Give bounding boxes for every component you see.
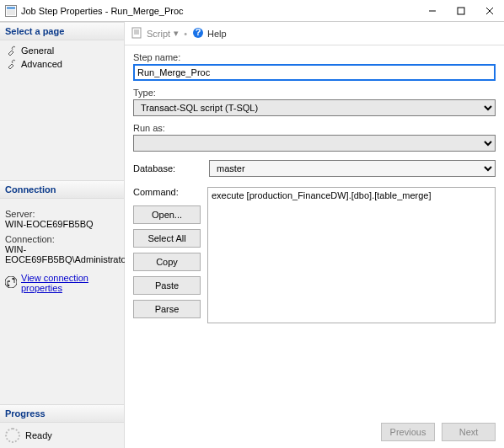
script-icon (131, 27, 143, 40)
page-advanced[interactable]: Advanced (3, 57, 121, 71)
database-label: Database: (133, 163, 201, 173)
wrench-icon (7, 45, 17, 56)
svg-point-8 (13, 278, 15, 280)
chevron-down-icon: ▾ (174, 28, 179, 39)
close-button[interactable] (475, 0, 504, 22)
progress-status: Ready (25, 430, 52, 440)
script-button[interactable]: Script ▾ (131, 27, 179, 40)
step-name-input[interactable] (133, 64, 496, 81)
progress-spinner-icon (5, 428, 20, 443)
right-pane: Script ▾ • ? Help Step name: Type: Trans… (125, 22, 504, 448)
progress-header: Progress (0, 404, 124, 423)
help-label: Help (207, 29, 227, 39)
svg-rect-2 (7, 10, 15, 15)
svg-rect-9 (132, 28, 141, 38)
command-textarea[interactable] (207, 187, 496, 323)
left-pane: Select a page General Advanced Connectio… (0, 22, 125, 448)
maximize-button[interactable] (447, 0, 475, 22)
separator: • (184, 29, 187, 39)
type-label: Type: (133, 88, 496, 98)
open-button[interactable]: Open... (133, 205, 201, 224)
next-button[interactable]: Next (442, 423, 496, 441)
svg-point-7 (8, 285, 10, 287)
connection-header: Connection (0, 180, 124, 199)
help-icon: ? (192, 27, 204, 40)
select-all-button[interactable]: Select All (133, 229, 201, 248)
paste-button[interactable]: Paste (133, 276, 201, 295)
window-title: Job Step Properties - Run_Merge_Proc (21, 6, 418, 16)
window-icon (5, 5, 17, 17)
help-button[interactable]: ? Help (192, 27, 227, 40)
parse-button[interactable]: Parse (133, 300, 201, 318)
copy-button[interactable]: Copy (133, 253, 201, 271)
title-bar: Job Step Properties - Run_Merge_Proc (0, 0, 504, 22)
type-select[interactable]: Transact-SQL script (T-SQL) (133, 99, 496, 116)
page-label: Advanced (21, 59, 62, 69)
page-general[interactable]: General (3, 44, 121, 57)
server-value: WIN-EOCE69FB5BQ (5, 219, 119, 229)
select-page-header: Select a page (0, 22, 124, 40)
svg-rect-1 (7, 7, 15, 9)
page-label: General (21, 45, 54, 56)
wrench-icon (7, 59, 17, 69)
command-label: Command: (133, 187, 201, 197)
svg-rect-4 (458, 8, 464, 14)
view-connection-link[interactable]: View connection properties (21, 273, 119, 293)
previous-button[interactable]: Previous (381, 423, 435, 441)
toolbar: Script ▾ • ? Help (125, 22, 504, 45)
connection-value: WIN-EOCE69FB5BQ\Administrator (5, 244, 119, 264)
step-name-label: Step name: (133, 52, 496, 62)
minimize-button[interactable] (418, 0, 447, 22)
run-as-label: Run as: (133, 123, 496, 133)
svg-text:?: ? (196, 27, 201, 37)
run-as-select[interactable] (133, 135, 496, 152)
connection-icon (5, 276, 17, 290)
script-label: Script (147, 29, 170, 39)
database-select[interactable]: master (209, 160, 496, 177)
connection-label: Connection: (5, 234, 119, 244)
server-label: Server: (5, 209, 119, 219)
